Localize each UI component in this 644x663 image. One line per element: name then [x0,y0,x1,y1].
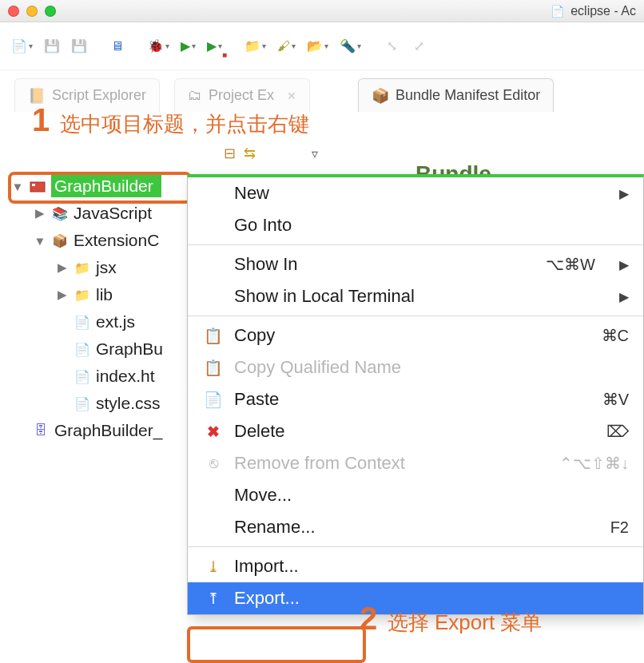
menu-remove-context: ⎋ Remove from Context ⌃⌥⇧⌘↓ [188,447,643,479]
js-file-icon: 📄 [74,342,91,356]
menu-separator [188,244,643,245]
menu-shortcut: ⌦ [606,422,629,441]
menu-move[interactable]: Move... [188,479,643,511]
menu-go-into[interactable]: Go Into [188,209,643,241]
folder-icon: 📁 [74,260,91,275]
collapse-all-icon[interactable]: ⊟ [224,145,236,162]
new-project-button[interactable]: 📁▾ [241,35,269,58]
tree-label: JavaScript [74,204,152,223]
menu-new[interactable]: New ▶ [188,177,643,209]
tree-item-jsx[interactable]: 📁 jsx [11,254,163,281]
save-button[interactable]: 💾 [41,35,63,58]
export-icon: ⤒ [204,590,223,608]
annotation-2: 2 选择 Export 菜单 [360,601,542,637]
view-menu-icon[interactable]: ▿ [312,146,318,161]
fullscreen-window-button[interactable] [45,6,56,17]
tree-label: lib [96,285,113,304]
menu-rename[interactable]: Rename... F2 [188,511,643,543]
menu-label: Delete [234,421,595,442]
tree-item-archive[interactable]: 🗄 GraphBuilder_ [11,417,163,444]
folder-icon: 📁 [74,288,91,302]
tree-item-style[interactable]: 📄 style.css [11,390,163,417]
paste-icon: 📄 [204,391,223,409]
expand-button[interactable]: ⤢ [407,35,430,58]
menu-shortcut: ⌥⌘W [546,255,595,274]
console-button[interactable]: 🖥 [106,35,129,58]
annotation-1: 1 选中项目标题，并点击右键 [32,102,309,138]
copy-icon: 📋 [204,327,223,345]
tree-item-extension[interactable]: 📦 ExtensionC [11,227,163,254]
project-tree: GraphBuilder 📚 JavaScript 📦 ExtensionC 📁… [11,173,163,444]
menu-import[interactable]: ⤓ Import... [188,550,643,582]
debug-button[interactable]: 🐞▾ [145,35,173,58]
annotation-2-text: 选择 Export 菜单 [388,610,543,634]
save-all-button[interactable]: 💾 [68,35,90,58]
export-highlight [187,626,366,663]
menu-shortcut: ⌘C [602,326,629,345]
expand-arrow-icon[interactable] [34,234,46,248]
menu-label: Go Into [234,215,629,236]
search-button[interactable]: 🔦▾ [336,35,364,58]
annotation-1-number: 1 [32,102,50,137]
menu-shortcut: ⌃⌥⇧⌘↓ [559,454,629,473]
expand-arrow-icon[interactable] [56,260,69,275]
menu-label: Move... [234,485,629,506]
menu-label: Paste [234,389,591,410]
menu-shortcut: ⌘V [602,390,629,409]
tree-label: style.css [96,394,161,413]
menu-label: Show in Local Terminal [234,286,608,307]
window-controls [8,6,56,17]
menu-copy-qualified: 📋 Copy Qualified Name [188,351,643,383]
context-menu: New ▶ Go Into Show In ⌥⌘W ▶ Show in Loca… [187,174,644,615]
menu-label: Copy Qualified Name [234,357,629,378]
close-icon[interactable]: ✕ [287,89,296,102]
tree-item-javascript[interactable]: 📚 JavaScript [11,200,163,227]
run-last-button[interactable]: ▶■▾ [204,35,225,58]
tab-label: Project Ex [209,87,274,104]
tree-label: ExtensionC [74,231,159,250]
tree-label: index.ht [96,367,155,386]
menu-separator [188,546,643,547]
open-folder-button[interactable]: 📂▾ [304,35,332,58]
bundle-icon: 📦 [372,87,389,105]
css-file-icon: 📄 [74,396,91,411]
menu-label: Copy [234,325,590,346]
close-window-button[interactable] [8,6,19,17]
menu-delete[interactable]: ✖ Delete ⌦ [188,415,643,447]
brush-button[interactable]: 🖌▾ [274,35,299,58]
run-button[interactable]: ▶▾ [177,35,199,58]
delete-icon: ✖ [204,423,223,441]
folder-icon: 🗂 [188,87,202,104]
annotation-1-text: 选中项目标题，并点击右键 [60,112,309,136]
menu-show-in[interactable]: Show In ⌥⌘W ▶ [188,248,643,280]
tree-item-lib[interactable]: 📁 lib [11,281,163,308]
expand-arrow-icon[interactable] [56,288,69,302]
menu-show-terminal[interactable]: Show in Local Terminal ▶ [188,280,643,312]
menu-label: Rename... [234,517,599,538]
menu-paste[interactable]: 📄 Paste ⌘V [188,383,643,415]
menu-copy[interactable]: 📋 Copy ⌘C [188,320,643,351]
package-icon: 📦 [51,233,69,248]
main-toolbar: 📄▾ 💾 💾 🖥 🐞▾ ▶▾ ▶■▾ 📁▾ 🖌▾ 📂▾ 🔦▾ ⤡ ⤢ [0,22,644,70]
tree-item-extjs[interactable]: 📄 ext.js [11,308,163,335]
link-editor-icon[interactable]: ⇆ [244,145,256,162]
collapse-button[interactable]: ⤡ [380,35,403,58]
menu-label: Show In [234,254,535,275]
library-icon: 📚 [51,206,69,220]
tree-item-index[interactable]: 📄 index.ht [11,363,163,390]
remove-icon: ⎋ [204,455,223,472]
tab-label: Bundle Manifest Editor [396,87,540,104]
window-title: 📄 eclipse - Ac [551,4,636,18]
copy-icon: 📋 [204,359,223,377]
menu-label: New [234,183,608,204]
menu-label: Import... [234,556,629,577]
tab-bundle-editor[interactable]: 📦 Bundle Manifest Editor [358,78,554,112]
new-button[interactable]: 📄▾ [8,35,36,58]
minimize-window-button[interactable] [26,6,38,17]
annotation-2-number: 2 [360,601,377,636]
window-title-text: eclipse - Ac [570,4,636,18]
expand-arrow-icon[interactable] [34,206,46,220]
explorer-toolbar: ⊟ ⇆ ▿ [224,145,318,162]
tree-label: ext.js [96,312,135,332]
tree-item-graphbu[interactable]: 📄 GraphBu [11,335,163,363]
